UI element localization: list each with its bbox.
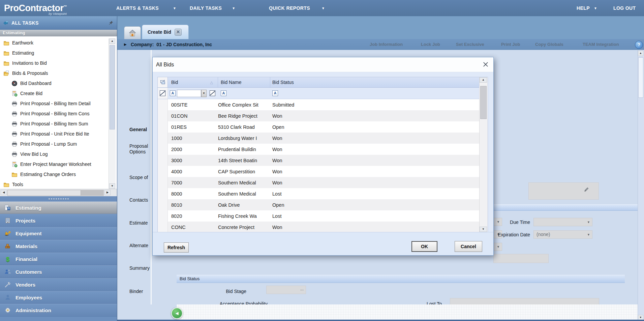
tree-vertical-scrollbar[interactable]: ▲ ▼: [109, 38, 116, 189]
scroll-down-icon[interactable]: ▼: [109, 183, 115, 189]
bid-row[interactable]: CONCConcrete ProjectWon: [158, 222, 488, 233]
help-icon[interactable]: ?: [635, 41, 643, 49]
refresh-button[interactable]: Refresh: [164, 242, 189, 253]
form-nav-binder[interactable]: Binder: [129, 289, 151, 294]
tree-item-print-proposal-unit-price[interactable]: Print Proposal - Unit Price Bid Ite: [0, 129, 117, 139]
module-materials[interactable]: Materials: [0, 240, 117, 253]
menu-copy-globals[interactable]: Copy Globals: [535, 39, 563, 50]
bid-row[interactable]: 00SITEOffice Complex SitSubmitted: [158, 99, 488, 110]
menu-quick-reports[interactable]: QUICK REPORTS▼: [269, 0, 325, 16]
tree-item-tools[interactable]: Tools: [0, 179, 117, 189]
form-nav-estimate[interactable]: Estimate: [129, 220, 151, 226]
text-filter-icon[interactable]: [170, 90, 176, 96]
back-arrow-button[interactable]: ◀: [171, 308, 183, 319]
filter-icon[interactable]: [160, 90, 165, 96]
bid-row[interactable]: 8020Fishing Creek WaLost: [158, 210, 488, 222]
bid-row[interactable]: 1000Lordsburg Water IWon: [158, 133, 488, 144]
tree-horizontal-scrollbar[interactable]: ◀ ▶: [0, 189, 117, 197]
scroll-up-icon[interactable]: ▲: [638, 51, 643, 56]
close-icon[interactable]: [483, 61, 489, 67]
menu-daily-tasks[interactable]: DAILY TASKS▼: [190, 0, 235, 16]
module-equipment[interactable]: Equipment: [0, 227, 117, 240]
bid-row[interactable]: 8000Southern MedicalLost: [158, 188, 488, 199]
ok-button[interactable]: OK: [411, 241, 437, 252]
module-administration[interactable]: Administration: [0, 304, 117, 317]
close-tab-icon[interactable]: ✕: [175, 29, 182, 36]
filter-dropdown-icon[interactable]: ▼: [201, 90, 207, 97]
filter-icon[interactable]: [210, 90, 215, 96]
module-vendors[interactable]: Vendors: [0, 278, 117, 291]
scrollbar-track[interactable]: [7, 190, 104, 196]
menu-help[interactable]: HELP▼: [577, 0, 597, 16]
dialog-scrollbar[interactable]: ▲ ▼: [479, 77, 488, 232]
logout-button[interactable]: LOG OUT: [613, 0, 636, 16]
pencil-icon[interactable]: [584, 187, 589, 192]
scrollbar-thumb[interactable]: [7, 190, 81, 196]
tree-item-print-proposal-cons[interactable]: Print Proposal - Billing Item Cons: [0, 109, 117, 119]
dialog-title-bar[interactable]: All Bids: [153, 57, 493, 72]
tree-item-print-proposal-sum[interactable]: Print Proposal - Billing Item Sum: [0, 119, 117, 129]
due-time-dropdown[interactable]: ▼: [533, 218, 592, 226]
bid-row[interactable]: 01RES5310 Clark RoadOpen: [158, 121, 488, 133]
form-nav-scope[interactable]: Scope of: [129, 175, 151, 180]
tree-item-estimating[interactable]: Estimating: [0, 48, 117, 58]
column-header-bid-name[interactable]: Bid Name: [218, 77, 270, 87]
home-tab[interactable]: [124, 26, 141, 39]
bid-row[interactable]: 8010Oak DriveOpen: [158, 199, 488, 210]
main-scrollbar[interactable]: ▲ ▼: [638, 50, 644, 321]
menu-team-integration[interactable]: TEAM Integration: [583, 39, 619, 50]
scrollbar-thumb[interactable]: [638, 57, 643, 98]
bid-row[interactable]: 2000Prudential BuildinWon: [158, 144, 488, 155]
module-employees[interactable]: Employees: [0, 291, 117, 304]
menu-lock-job[interactable]: Lock Job: [421, 39, 440, 50]
scroll-down-icon[interactable]: ▼: [480, 227, 487, 232]
expand-caret-icon[interactable]: ▶: [124, 39, 127, 50]
tree-item-view-bid-log[interactable]: View Bid Log: [0, 149, 117, 159]
menu-set-exclusive[interactable]: Set Exclusive: [456, 39, 484, 50]
hidden-field-stub[interactable]: [493, 254, 549, 263]
scrollbar-thumb[interactable]: [110, 45, 115, 129]
menu-job-information[interactable]: Job Information: [370, 39, 403, 50]
scrollbar-thumb[interactable]: [480, 86, 487, 119]
tree-item-bids-proposals[interactable]: Bids & Proposals: [0, 68, 117, 78]
bid-row[interactable]: 01CONBee Ridge ProjectWon: [158, 110, 488, 121]
form-nav-contacts[interactable]: Contacts: [129, 197, 151, 203]
form-nav-summary[interactable]: Summary: [129, 265, 151, 271]
bid-row[interactable]: 7000Southern MedicalWon: [158, 177, 488, 188]
menu-alerts-tasks[interactable]: ALERTS & TASKS▼: [116, 0, 176, 16]
sidebar-splitter[interactable]: [0, 196, 117, 201]
menu-print-job[interactable]: Print Job: [501, 39, 520, 50]
column-header-bid-status[interactable]: Bid Status: [270, 77, 488, 87]
tree-item-enter-pm-worksheet[interactable]: Enter Project Manager Worksheet: [0, 159, 117, 169]
tree-item-estimating-change-orders[interactable]: Estimating Change Orders: [0, 169, 117, 179]
form-nav-proposal-options[interactable]: Proposal Options: [129, 143, 151, 155]
bid-filter-input[interactable]: [177, 90, 201, 97]
module-financial[interactable]: $Financial: [0, 253, 117, 265]
module-projects[interactable]: Projects: [0, 214, 117, 227]
hidden-dropdown-stub[interactable]: ▼: [493, 243, 502, 251]
tree-item-earthwork[interactable]: Earthwork: [0, 38, 117, 48]
expiration-date-dropdown[interactable]: (none) ▼: [533, 230, 592, 239]
pin-icon[interactable]: [109, 20, 114, 25]
notes-field[interactable]: [528, 182, 599, 200]
tree-item-invitations-to-bid[interactable]: Invitations to Bid: [0, 58, 117, 68]
scroll-up-icon[interactable]: ▲: [480, 77, 487, 83]
bid-row[interactable]: 4000CAP SuperstitionWon: [158, 166, 488, 177]
text-filter-icon[interactable]: [221, 90, 226, 96]
tree-item-bid-dashboard[interactable]: Bid Dashboard: [0, 78, 117, 88]
scroll-right-icon[interactable]: ▶: [104, 190, 111, 195]
tree-item-print-proposal-lump-sum[interactable]: Print Proposal - Lump Sum: [0, 139, 117, 149]
tree-item-print-proposal-detail[interactable]: Print Proposal - Billing Item Detail: [0, 98, 117, 109]
cancel-button[interactable]: Cancel: [455, 241, 482, 252]
module-customers[interactable]: Customers: [0, 265, 117, 278]
module-estimating[interactable]: Estimating: [0, 201, 117, 214]
scroll-left-icon[interactable]: ◀: [1, 190, 7, 195]
bid-stage-field[interactable]: ...: [266, 286, 306, 294]
bid-row[interactable]: 300014th Street BoatinWon: [158, 155, 488, 166]
tree-item-create-bid[interactable]: Create Bid: [0, 88, 117, 98]
scroll-up-icon[interactable]: ▲: [109, 38, 115, 44]
lookup-ellipsis-button[interactable]: ...: [300, 287, 304, 291]
form-nav-alternate[interactable]: Alternate: [129, 243, 151, 249]
row-selector-header[interactable]: [158, 77, 168, 87]
column-header-bid[interactable]: Bid△: [168, 77, 218, 87]
